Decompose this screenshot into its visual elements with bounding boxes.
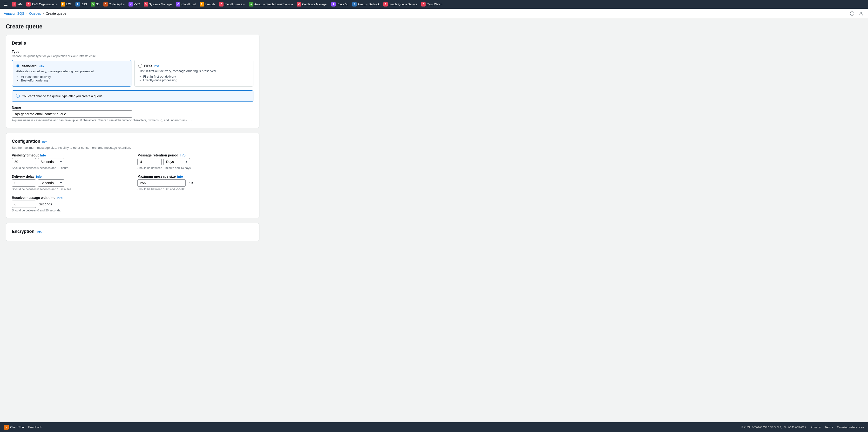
message-retention-info[interactable]: Info <box>180 154 186 157</box>
encryption-card: Encryption Info <box>6 223 259 241</box>
configuration-card-title: Configuration <box>12 139 40 144</box>
aws-org-icon: A <box>26 2 31 6</box>
visibility-timeout-unit-wrapper: Seconds Minutes Hours ▼ <box>38 158 64 165</box>
nav-bedrock-label: Amazon Bedrock <box>358 3 379 6</box>
receive-wait-time-info[interactable]: Info <box>57 196 63 199</box>
delivery-delay-info[interactable]: Info <box>36 175 42 178</box>
max-message-size-note: Should be between 1 KB and 256 KB. <box>137 188 253 191</box>
message-retention-unit-wrapper: Seconds Minutes Hours Days ▼ <box>163 158 190 165</box>
nav-systems-manager[interactable]: S Systems Manager <box>142 2 174 7</box>
sqs-icon: S <box>383 2 388 6</box>
max-message-size-value[interactable] <box>137 179 186 187</box>
nav-cloudformation[interactable]: C CloudFormation <box>218 2 246 7</box>
standard-bullet-1: At-least once delivery <box>21 75 127 79</box>
info-icon-btn[interactable]: i <box>849 10 856 17</box>
visibility-timeout-label: Visibility timeout Info <box>12 153 128 157</box>
nav-vpc[interactable]: V VPC <box>127 2 141 7</box>
fifo-bullet-2: Exactly-once processing <box>143 79 249 82</box>
nav-cert-manager[interactable]: C Certificate Manager <box>296 2 329 7</box>
nav-cloudwatch[interactable]: C CloudWatch <box>420 2 444 7</box>
nav-aws-org[interactable]: A AWS Organizations <box>25 2 58 7</box>
visibility-timeout-unit-select[interactable]: Seconds Minutes Hours <box>38 158 64 165</box>
user-circle-icon <box>859 11 863 16</box>
nav-s3[interactable]: S S3 <box>89 2 101 7</box>
message-retention-label: Message retention period Info <box>137 153 253 157</box>
nav-sqs-label: Simple Queue Service <box>389 3 417 6</box>
encryption-card-title: Encryption <box>12 229 34 234</box>
standard-option-header: Standard Info <box>16 64 127 68</box>
visibility-timeout-value[interactable] <box>12 158 36 165</box>
delivery-delay-value[interactable] <box>12 179 36 187</box>
top-navigation: ☰ I IAM A AWS Organizations E EC2 R RDS … <box>0 0 868 9</box>
nav-rds[interactable]: R RDS <box>74 2 88 7</box>
delivery-delay-unit-wrapper: Seconds Minutes ▼ <box>38 179 64 187</box>
nav-lambda-label: Lambda <box>205 3 215 6</box>
max-message-size-field: Maximum message size Info KB Should be b… <box>137 175 253 191</box>
receive-wait-time-note: Should be between 0 and 20 seconds. <box>12 209 253 212</box>
receive-wait-time-label: Receive message wait time Info <box>12 196 253 199</box>
nav-sqs[interactable]: S Simple Queue Service <box>382 2 419 7</box>
configuration-grid: Visibility timeout Info Seconds Minutes … <box>12 153 253 212</box>
message-retention-unit-select[interactable]: Seconds Minutes Hours Days <box>163 158 190 165</box>
nav-bedrock[interactable]: A Amazon Bedrock <box>351 2 381 7</box>
nav-vpc-label: VPC <box>134 3 140 6</box>
fifo-label: FIFO <box>144 64 152 68</box>
nav-cloudwatch-label: CloudWatch <box>427 3 442 6</box>
configuration-subtitle: Set the maximum message size, visibility… <box>12 146 253 150</box>
fifo-queue-option[interactable]: FIFO Info First-in-first-out delivery, m… <box>134 60 253 87</box>
nav-iam-label: IAM <box>18 3 23 6</box>
name-section: Name A queue name is case-sensitive and … <box>12 105 253 122</box>
fifo-radio[interactable] <box>138 64 142 68</box>
breadcrumb-current: Create queue <box>46 11 66 16</box>
queue-name-input[interactable] <box>12 111 132 118</box>
configuration-info-link[interactable]: Info <box>42 140 48 144</box>
delivery-delay-field: Delivery delay Info Seconds Minutes ▼ Sh… <box>12 175 128 191</box>
message-retention-value[interactable] <box>137 158 161 165</box>
nav-iam[interactable]: I IAM <box>10 2 24 7</box>
nav-ec2-label: EC2 <box>66 3 72 6</box>
hamburger-menu[interactable]: ☰ <box>2 1 10 8</box>
nav-route53[interactable]: R Route 53 <box>330 2 350 7</box>
breadcrumb-sep-1: › <box>26 12 27 15</box>
nav-ses[interactable]: A Amazon Simple Email Service <box>248 2 294 7</box>
lambda-icon: λ <box>199 2 204 6</box>
vpc-icon: V <box>128 2 133 6</box>
notice-info-icon: ⓘ <box>16 94 20 99</box>
queue-type-notice: ⓘ You can't change the queue type after … <box>12 90 253 102</box>
standard-desc: At-least-once delivery, message ordering… <box>16 69 127 73</box>
nav-route53-label: Route 53 <box>337 3 348 6</box>
receive-wait-time-value[interactable] <box>12 200 36 208</box>
standard-radio[interactable] <box>16 64 20 68</box>
notice-text: You can't change the queue type after yo… <box>22 94 103 98</box>
fifo-info-link[interactable]: Info <box>154 64 159 68</box>
nav-lambda[interactable]: λ Lambda <box>198 2 217 7</box>
delivery-delay-label: Delivery delay Info <box>12 175 128 178</box>
cloudfront-icon: C <box>176 2 180 6</box>
nav-cloudfront[interactable]: C CloudFront <box>175 2 197 7</box>
user-icon-btn[interactable] <box>858 10 864 17</box>
max-message-size-label: Maximum message size Info <box>137 175 253 178</box>
nav-codedeploy[interactable]: C CodeDeploy <box>102 2 126 7</box>
receive-wait-time-field: Receive message wait time Info Seconds S… <box>12 196 253 212</box>
name-note: A queue name is case-sensitive and can h… <box>12 119 253 122</box>
standard-label: Standard <box>22 64 37 68</box>
breadcrumb-queues[interactable]: Queues <box>29 11 41 16</box>
name-label: Name <box>12 105 253 110</box>
info-circle-icon: i <box>850 11 854 16</box>
page-content: Create queue Details Type Choose the que… <box>0 18 265 251</box>
nav-rds-label: RDS <box>81 3 87 6</box>
nav-codedeploy-label: CodeDeploy <box>109 3 125 6</box>
visibility-timeout-inputs: Seconds Minutes Hours ▼ <box>12 158 128 165</box>
delivery-delay-unit-select[interactable]: Seconds Minutes <box>38 179 64 187</box>
standard-queue-option[interactable]: Standard Info At-least-once delivery, me… <box>12 60 131 87</box>
encryption-info-link[interactable]: Info <box>36 230 42 234</box>
max-message-size-info[interactable]: Info <box>177 175 183 178</box>
breadcrumb-amazon-sqs[interactable]: Amazon SQS <box>4 11 24 16</box>
ec2-icon: E <box>61 2 65 6</box>
standard-info-link[interactable]: Info <box>38 64 44 68</box>
rds-icon: R <box>75 2 80 6</box>
type-label: Type <box>12 50 253 54</box>
page-title: Create queue <box>6 23 259 30</box>
nav-ec2[interactable]: E EC2 <box>59 2 73 7</box>
visibility-timeout-info[interactable]: Info <box>40 154 46 157</box>
